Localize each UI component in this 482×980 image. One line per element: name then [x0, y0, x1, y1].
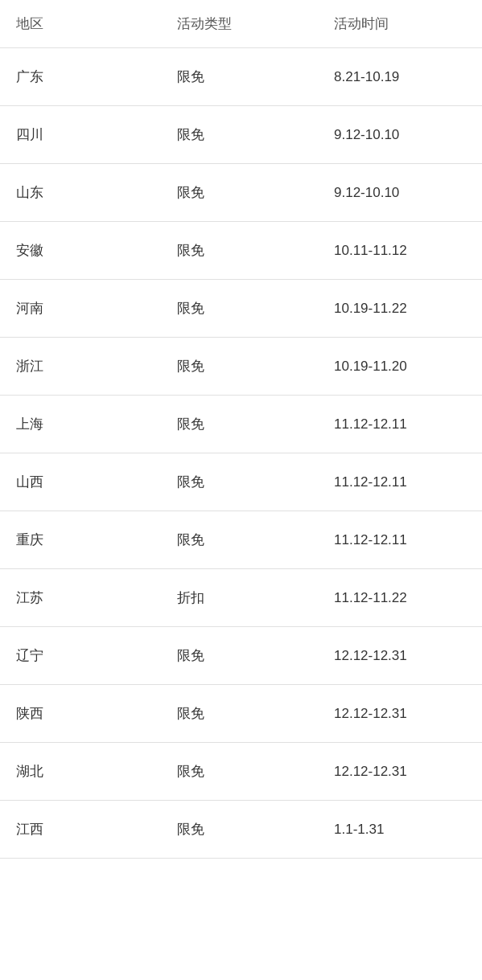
cell-time: 10.19-11.20: [318, 346, 482, 387]
header-region: 地区: [0, 2, 161, 46]
cell-type: 折扣: [161, 576, 318, 620]
cell-region: 陕西: [0, 691, 161, 736]
cell-time: 12.12-12.31: [318, 751, 482, 793]
table-row: 湖北限免12.12-12.31: [0, 743, 482, 801]
header-time: 活动时间: [318, 2, 482, 46]
cell-time: 1.1-1.31: [318, 809, 482, 851]
cell-type: 限免: [161, 344, 318, 388]
cell-type: 限免: [161, 55, 318, 99]
cell-type: 限免: [161, 113, 318, 157]
cell-time: 11.12-12.11: [318, 461, 482, 503]
table-row: 上海限免11.12-12.11: [0, 396, 482, 453]
table-row: 广东限免8.21-10.19: [0, 48, 482, 106]
cell-region: 浙江: [0, 344, 161, 388]
cell-time: 9.12-10.10: [318, 172, 482, 214]
cell-time: 11.12-12.11: [318, 519, 482, 561]
cell-region: 山东: [0, 170, 161, 215]
activity-table: 地区 活动类型 活动时间 广东限免8.21-10.19四川限免9.12-10.1…: [0, 0, 482, 859]
table-row: 江苏折扣11.12-11.22: [0, 569, 482, 627]
table-row: 重庆限免11.12-12.11: [0, 511, 482, 569]
cell-region: 重庆: [0, 518, 161, 562]
cell-time: 10.11-11.12: [318, 230, 482, 272]
cell-time: 11.12-11.22: [318, 577, 482, 619]
cell-region: 江西: [0, 807, 161, 851]
table-row: 江西限免1.1-1.31: [0, 801, 482, 859]
cell-region: 河南: [0, 286, 161, 330]
cell-type: 限免: [161, 170, 318, 215]
cell-type: 限免: [161, 634, 318, 678]
cell-time: 9.12-10.10: [318, 114, 482, 156]
table-row: 辽宁限免12.12-12.31: [0, 627, 482, 685]
cell-region: 辽宁: [0, 634, 161, 678]
cell-region: 湖北: [0, 749, 161, 793]
cell-type: 限免: [161, 749, 318, 793]
cell-region: 四川: [0, 113, 161, 157]
cell-type: 限免: [161, 518, 318, 562]
cell-type: 限免: [161, 402, 318, 446]
cell-time: 12.12-12.31: [318, 635, 482, 677]
table-header: 地区 活动类型 活动时间: [0, 0, 482, 48]
cell-region: 上海: [0, 402, 161, 446]
cell-region: 山西: [0, 460, 161, 504]
cell-time: 8.21-10.19: [318, 56, 482, 98]
table-row: 四川限免9.12-10.10: [0, 106, 482, 164]
cell-time: 10.19-11.22: [318, 288, 482, 330]
table-row: 安徽限免10.11-11.12: [0, 222, 482, 280]
cell-type: 限免: [161, 286, 318, 330]
table-row: 浙江限免10.19-11.20: [0, 338, 482, 396]
cell-type: 限免: [161, 691, 318, 736]
cell-type: 限免: [161, 807, 318, 851]
header-type: 活动类型: [161, 2, 318, 46]
cell-type: 限免: [161, 460, 318, 504]
cell-time: 11.12-12.11: [318, 404, 482, 445]
table-row: 山西限免11.12-12.11: [0, 453, 482, 511]
cell-region: 广东: [0, 55, 161, 99]
table-row: 山东限免9.12-10.10: [0, 164, 482, 222]
cell-region: 安徽: [0, 228, 161, 273]
cell-region: 江苏: [0, 576, 161, 620]
table-row: 河南限免10.19-11.22: [0, 280, 482, 338]
cell-time: 12.12-12.31: [318, 693, 482, 735]
cell-type: 限免: [161, 228, 318, 273]
table-row: 陕西限免12.12-12.31: [0, 685, 482, 743]
